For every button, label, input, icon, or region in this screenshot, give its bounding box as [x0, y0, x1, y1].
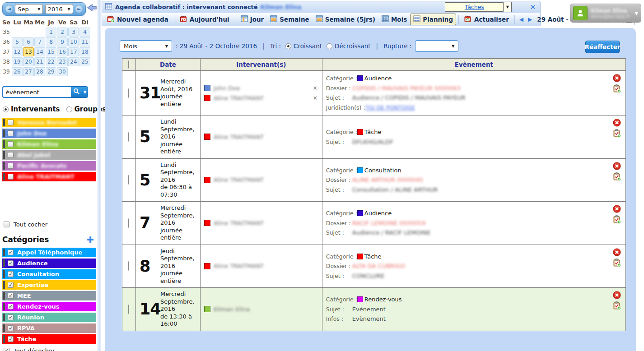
category-bar-checkbox[interactable] — [8, 271, 14, 277]
category-bar[interactable]: Réunion — [2, 313, 96, 322]
add-task-icon[interactable] — [613, 84, 621, 93]
remove-intervenant-icon[interactable]: × — [313, 95, 318, 101]
row-checkbox[interactable] — [128, 175, 129, 185]
category-bar[interactable]: Consultation — [2, 269, 96, 279]
delete-icon[interactable] — [613, 162, 621, 170]
search-input[interactable] — [2, 86, 71, 98]
calendar-day-cell[interactable]: 14 — [34, 47, 45, 56]
calendar-next-month-button[interactable]: ► — [75, 5, 83, 13]
category-bar[interactable]: Appel Téléphonique — [2, 248, 96, 257]
calendar-day-cell[interactable]: 26 — [12, 67, 23, 76]
calendar-day-cell[interactable]: 4 — [79, 28, 90, 37]
calendar-day-cell[interactable]: 15 — [46, 47, 56, 56]
toolbar-button-actualiser[interactable]: Actualiser — [461, 14, 512, 26]
category-bar-checkbox[interactable] — [8, 260, 14, 266]
radio-intervenants[interactable]: Intervenants — [3, 105, 60, 113]
category-bar[interactable]: Audience — [2, 259, 96, 268]
add-task-icon[interactable] — [613, 215, 621, 224]
reaffecter-button[interactable]: Réaffecter — [585, 41, 620, 53]
calendar-prev-month-button[interactable]: ◄ — [5, 5, 13, 13]
category-bar-checkbox[interactable] — [8, 249, 14, 255]
intervenant-bar[interactable]: Aline TRAITMANT — [2, 172, 96, 181]
category-bar[interactable]: Tâche — [2, 334, 96, 344]
add-task-icon[interactable] — [613, 172, 621, 181]
category-bar-checkbox[interactable] — [8, 314, 14, 320]
toolbar-button-planning[interactable]: Planning — [410, 14, 456, 25]
category-bar-checkbox[interactable] — [8, 293, 14, 299]
category-bar-checkbox[interactable] — [8, 325, 14, 331]
row-checkbox[interactable] — [128, 132, 129, 142]
calendar-day-cell[interactable]: 7 — [34, 37, 45, 46]
search-button[interactable]: ▼ — [71, 86, 88, 98]
delete-icon[interactable] — [613, 248, 621, 256]
intervenant-bar-checkbox[interactable] — [8, 130, 14, 136]
row-checkbox[interactable] — [128, 261, 129, 271]
add-task-icon[interactable] — [613, 259, 621, 267]
radio-groupes-control[interactable] — [66, 106, 72, 112]
calendar-day-cell[interactable]: 25 — [79, 57, 90, 66]
calendar-day-cell[interactable]: 13 — [23, 47, 34, 56]
calendar-day-cell[interactable]: 1 — [46, 28, 56, 37]
event-link[interactable]: TGI DE PONTOISE — [365, 104, 415, 111]
category-bar-checkbox[interactable] — [8, 282, 14, 288]
sidebar-splitter[interactable] — [98, 0, 101, 351]
add-task-icon[interactable] — [613, 301, 621, 310]
event-link[interactable]: RACIF LEMOINE 0000059 — [352, 220, 425, 226]
intervenant-bar-checkbox[interactable] — [8, 141, 14, 147]
toolbar-button-semaine-5jrs-[interactable]: Semaine (5jrs) — [313, 14, 378, 25]
toolbar-button-mois[interactable]: Mois — [378, 14, 410, 25]
toolbar-button-semaine[interactable]: Semaine — [267, 14, 312, 25]
taches-dropdown-button[interactable]: ▼ — [503, 2, 511, 12]
close-icon[interactable]: ✕ — [530, 3, 536, 11]
event-link[interactable]: COPIDIS / MAUVAIS PAYEUR 0000063 — [352, 85, 461, 92]
remove-intervenant-icon[interactable]: × — [313, 85, 318, 91]
row-checkbox[interactable] — [128, 305, 129, 314]
calendar-day-cell[interactable]: 23 — [57, 57, 68, 66]
chevron-left-icon[interactable]: ◀ — [517, 16, 526, 23]
intervenant-bar[interactable]: Vanessa Bernadet — [2, 118, 96, 127]
event-link[interactable]: ALINE ARTHUR 0000045 — [352, 176, 423, 183]
delete-icon[interactable] — [613, 119, 621, 127]
category-bar[interactable]: Rendez-vous — [2, 302, 96, 311]
calendar-day-cell[interactable]: 5 — [12, 37, 23, 46]
collapse-sidebar-arrow-icon[interactable] — [87, 3, 97, 14]
calendar-day-cell[interactable]: 20 — [23, 57, 34, 66]
add-task-icon[interactable] — [613, 129, 621, 138]
calendar-day-cell[interactable]: 24 — [68, 57, 79, 66]
check-all-checkbox[interactable] — [4, 222, 9, 227]
uncheck-all-checkbox[interactable] — [4, 348, 9, 351]
delete-icon[interactable] — [613, 74, 621, 82]
category-bar-checkbox[interactable] — [8, 336, 14, 342]
intervenant-bar-checkbox[interactable] — [8, 120, 14, 125]
category-bar-checkbox[interactable] — [8, 304, 14, 309]
calendar-day-cell[interactable]: 10 — [68, 37, 79, 46]
calendar-day-cell[interactable]: 22 — [46, 57, 56, 66]
event-link[interactable]: ALTA DA CUBRIGO — [352, 263, 406, 269]
calendar-day-cell[interactable]: 17 — [68, 47, 79, 56]
user-profile-button[interactable]: Kilman Elina demo@be-lapp.fr ▼ — [570, 4, 641, 23]
view-select[interactable]: Mois▼ — [120, 40, 172, 52]
calendar-day-cell[interactable]: 3 — [68, 28, 79, 37]
add-category-plus-icon[interactable]: ✚ — [87, 236, 94, 243]
intervenant-bar[interactable]: John Doe — [2, 129, 96, 138]
radio-croissant[interactable]: Croissant — [285, 42, 322, 50]
radio-intervenants-control[interactable] — [3, 106, 9, 112]
calendar-day-cell[interactable]: 8 — [46, 37, 56, 46]
intervenant-bar-checkbox[interactable] — [8, 163, 14, 169]
intervenant-bar[interactable]: Kilman Elina — [2, 139, 96, 149]
row-checkbox[interactable] — [128, 88, 129, 98]
calendar-day-cell[interactable]: 21 — [34, 57, 45, 66]
calendar-day-cell[interactable]: 2 — [57, 28, 68, 37]
calendar-day-cell[interactable]: 9 — [57, 37, 68, 46]
select-all-checkbox[interactable] — [128, 60, 129, 69]
calendar-day-cell[interactable]: 29 — [46, 67, 56, 76]
year-select[interactable]: 2016▼ — [45, 4, 73, 14]
calendar-day-cell[interactable]: 16 — [57, 47, 68, 56]
calendar-day-cell[interactable]: 6 — [23, 37, 34, 46]
row-checkbox[interactable] — [128, 218, 129, 228]
category-bar[interactable]: MEE — [2, 291, 96, 300]
month-select[interactable]: Sep▼ — [15, 4, 43, 14]
calendar-day-cell[interactable]: 11 — [79, 37, 90, 46]
intervenant-bar[interactable]: Pacific Avocats — [2, 161, 96, 171]
toolbar-button-aujourd-hui[interactable]: 17Aujourd'hui — [177, 14, 233, 26]
